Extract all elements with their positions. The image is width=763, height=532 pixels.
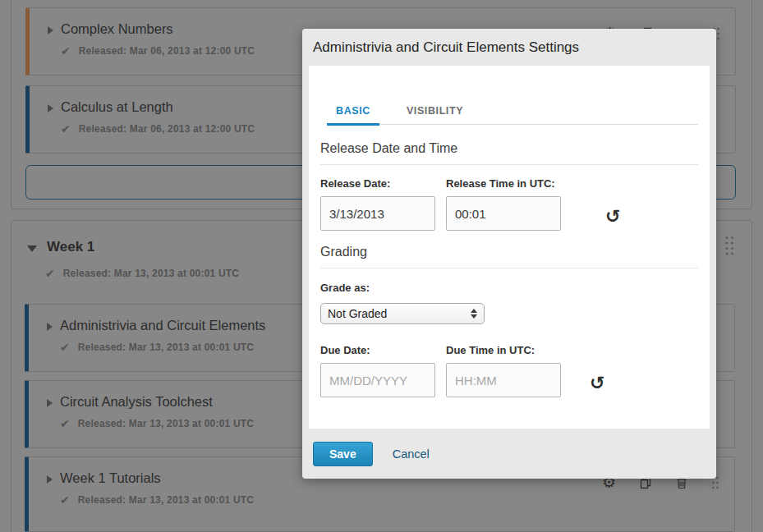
due-time-label: Due Time in UTC: [446,344,561,356]
release-heading: Release Date and Time [320,141,698,165]
reset-icon[interactable]: ↺ [605,208,620,226]
modal-title: Administrivia and Circuit Elements Setti… [313,39,579,56]
subsection-settings-modal: Administrivia and Circuit Elements Setti… [302,29,716,479]
due-date-label: Due Date: [320,344,435,356]
grading-heading: Grading [320,245,698,268]
due-time-input[interactable] [446,363,561,397]
release-date-label: Release Date: [320,177,435,190]
due-row: Due Date: Due Time in UTC: ↺ [320,344,698,397]
select-arrows-icon [471,309,477,319]
release-row: Release Date: Release Time in UTC: ↺ [320,177,698,231]
grade-as-select[interactable]: Not Graded [320,303,485,324]
save-button[interactable]: Save [313,442,373,466]
tab-visibility[interactable]: VISIBILITY [398,102,472,124]
modal-footer: Save Cancel [302,429,716,479]
reset-icon[interactable]: ↺ [590,374,604,392]
release-time-input[interactable] [446,196,561,231]
modal-header: Administrivia and Circuit Elements Setti… [302,29,716,66]
release-date-input[interactable] [320,196,435,231]
settings-tabs: BASIC VISIBILITY [327,102,698,125]
grade-as-label: Grade as: [320,282,698,294]
cancel-link[interactable]: Cancel [393,447,430,461]
tab-basic[interactable]: BASIC [327,102,379,126]
release-time-label: Release Time in UTC: [446,177,561,190]
due-date-input[interactable] [320,363,435,397]
modal-body: BASIC VISIBILITY Release Date and Time R… [309,66,710,429]
